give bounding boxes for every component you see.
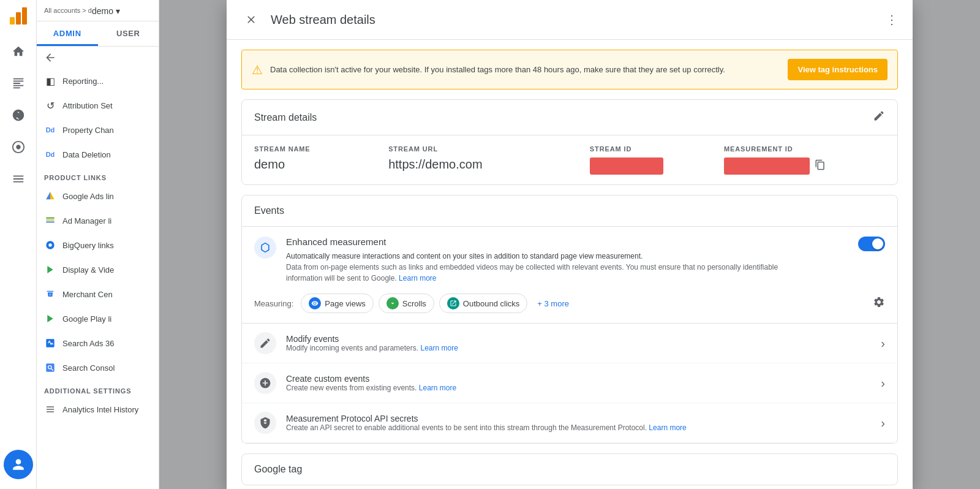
tab-admin[interactable]: ADMIN bbox=[37, 21, 98, 46]
nav-configure-icon[interactable] bbox=[4, 164, 33, 194]
sidebar-item-google-play[interactable]: Google Play li bbox=[37, 306, 159, 331]
create-custom-events-row[interactable]: Create custom events Create new events f… bbox=[242, 363, 897, 403]
measurement-id-row bbox=[724, 157, 870, 175]
analytics-logo[interactable] bbox=[7, 5, 29, 27]
enhanced-measurement-toggle[interactable] bbox=[858, 237, 885, 251]
stream-url-value: https://demo.com bbox=[388, 157, 575, 172]
modify-events-desc: Modify incoming events and parameters. L… bbox=[286, 344, 881, 352]
modify-events-row[interactable]: Modify events Modify incoming events and… bbox=[242, 324, 897, 363]
measuring-label: Measuring: bbox=[254, 299, 293, 308]
sidebar-item-attribution[interactable]: ↺ Attribution Set bbox=[37, 93, 159, 118]
measurement-protocol-desc: Create an API secret to enable additiona… bbox=[286, 423, 881, 432]
modify-events-learn-more[interactable]: Learn more bbox=[420, 344, 458, 352]
edit-stream-button[interactable] bbox=[873, 110, 885, 125]
enhanced-learn-more-link[interactable]: Learn more bbox=[399, 274, 436, 282]
stream-id-value bbox=[590, 157, 709, 175]
stream-name-col: STREAM NAME demo bbox=[254, 145, 388, 175]
svg-point-8 bbox=[48, 243, 51, 246]
attribution-icon: ↺ bbox=[44, 99, 56, 112]
stream-details-header: Stream details bbox=[242, 100, 897, 135]
display-icon bbox=[44, 263, 56, 276]
data-deletion-icon: Dd bbox=[44, 148, 56, 161]
ad-manager-icon bbox=[44, 214, 56, 227]
enhanced-desc-bold: Automatically measure interactions and c… bbox=[286, 252, 643, 260]
google-tag-card: Google tag bbox=[241, 453, 898, 485]
measurement-protocol-title: Measurement Protocol API secrets bbox=[286, 414, 881, 423]
sidebar-item-search-console[interactable]: Search Consol bbox=[37, 355, 159, 380]
web-stream-modal: Web stream details ⋮ ⚠ Data collection i… bbox=[227, 0, 913, 489]
stream-name-value: demo bbox=[254, 157, 374, 172]
sidebar-item-data-deletion[interactable]: Dd Data Deletion bbox=[37, 142, 159, 167]
nav-reports-icon[interactable] bbox=[4, 69, 33, 98]
sidebar-item-display[interactable]: Display & Vide bbox=[37, 257, 159, 282]
stream-details-card: Stream details STREAM NAME demo STREAM U… bbox=[241, 99, 898, 185]
tab-user[interactable]: USER bbox=[98, 21, 159, 46]
search-ads-icon bbox=[44, 337, 56, 349]
stream-details-grid: STREAM NAME demo STREAM URL https://demo… bbox=[242, 135, 897, 184]
sidebar-back-button[interactable] bbox=[37, 47, 159, 69]
modal-more-button[interactable]: ⋮ bbox=[886, 12, 898, 27]
create-events-icon bbox=[254, 372, 276, 394]
view-tag-instructions-button[interactable]: View tag instructions bbox=[788, 59, 888, 80]
sidebar-item-analytics-intel[interactable]: Analytics Intel History bbox=[37, 397, 159, 422]
svg-rect-0 bbox=[10, 17, 15, 25]
sidebar-item-bigquery[interactable]: BigQuery links bbox=[37, 233, 159, 257]
account-name[interactable]: demo ▾ bbox=[92, 6, 120, 16]
alert-icon: ⚠ bbox=[252, 63, 263, 77]
merchant-label: Merchant Cen bbox=[62, 290, 113, 299]
create-events-learn-more[interactable]: Learn more bbox=[419, 384, 456, 392]
sidebar-item-ad-manager[interactable]: Ad Manager li bbox=[37, 208, 159, 233]
google-tag-title: Google tag bbox=[242, 454, 897, 485]
sidebar-item-google-ads[interactable]: Google Ads lin bbox=[37, 184, 159, 208]
stream-id-redacted bbox=[590, 157, 663, 175]
measuring-settings-button[interactable] bbox=[873, 296, 885, 311]
search-console-label: Search Consol bbox=[62, 363, 115, 373]
svg-rect-5 bbox=[46, 219, 54, 221]
sidebar-item-property-label: Property Chan bbox=[62, 126, 114, 135]
svg-rect-1 bbox=[16, 12, 21, 25]
enhanced-measurement-section: Enhanced measurement Automatically measu… bbox=[242, 227, 897, 324]
sidebar-item-reporting[interactable]: ◧ Reporting... bbox=[37, 69, 159, 93]
measurement-protocol-chevron-icon: › bbox=[881, 416, 885, 430]
breadcrumb: All accounts > d bbox=[44, 7, 92, 14]
svg-rect-2 bbox=[22, 7, 27, 25]
modal-title: Web stream details bbox=[271, 13, 886, 27]
bigquery-icon bbox=[44, 239, 56, 251]
measurement-protocol-row[interactable]: Measurement Protocol API secrets Create … bbox=[242, 403, 897, 443]
modal-close-button[interactable] bbox=[241, 10, 261, 29]
events-card: Events Enhanced measurement Automaticall… bbox=[241, 195, 898, 444]
sidebar-item-search-ads[interactable]: Search Ads 36 bbox=[37, 331, 159, 355]
copy-measurement-id-button[interactable] bbox=[815, 159, 826, 173]
google-ads-icon bbox=[44, 190, 56, 202]
alert-banner: ⚠ Data collection isn't active for your … bbox=[241, 50, 898, 89]
sidebar-item-merchant[interactable]: Merchant Cen bbox=[37, 282, 159, 306]
property-icon: Dd bbox=[44, 124, 56, 136]
analytics-intel-icon bbox=[44, 403, 56, 415]
nav-home-icon[interactable] bbox=[4, 37, 33, 66]
main-area: Web stream details ⋮ ⚠ Data collection i… bbox=[159, 0, 980, 489]
search-ads-label: Search Ads 36 bbox=[62, 339, 115, 348]
enhanced-title: Enhanced measurement bbox=[286, 237, 788, 247]
stream-url-label: STREAM URL bbox=[388, 145, 575, 153]
scrolls-icon bbox=[386, 297, 399, 309]
stream-url-col: STREAM URL https://demo.com bbox=[388, 145, 590, 175]
measurement-id-col: MEASUREMENT ID bbox=[724, 145, 885, 175]
nav-admin-icon[interactable] bbox=[4, 450, 33, 482]
enhanced-header: Enhanced measurement Automatically measu… bbox=[254, 237, 885, 284]
sidebar-tabs: ADMIN USER bbox=[37, 21, 159, 47]
svg-rect-12 bbox=[46, 363, 54, 371]
measurement-protocol-learn-more[interactable]: Learn more bbox=[649, 423, 686, 432]
analytics-intel-label: Analytics Intel History bbox=[62, 405, 138, 414]
nav-explore-icon[interactable] bbox=[4, 100, 33, 130]
sidebar-item-property[interactable]: Dd Property Chan bbox=[37, 118, 159, 142]
svg-marker-10 bbox=[47, 315, 53, 322]
events-section-title: Events bbox=[242, 195, 897, 227]
modify-events-title: Modify events bbox=[286, 334, 881, 344]
page-views-icon bbox=[309, 297, 321, 309]
nav-advertising-icon[interactable] bbox=[4, 132, 33, 162]
more-pills-button[interactable]: + 3 more bbox=[532, 296, 574, 311]
stream-id-col: STREAM ID bbox=[590, 145, 724, 175]
outbound-clicks-pill: Outbound clicks bbox=[439, 294, 528, 313]
create-events-desc: Create new events from existing events. … bbox=[286, 384, 881, 392]
additional-settings-label: ADDITIONAL SETTINGS bbox=[37, 380, 159, 397]
